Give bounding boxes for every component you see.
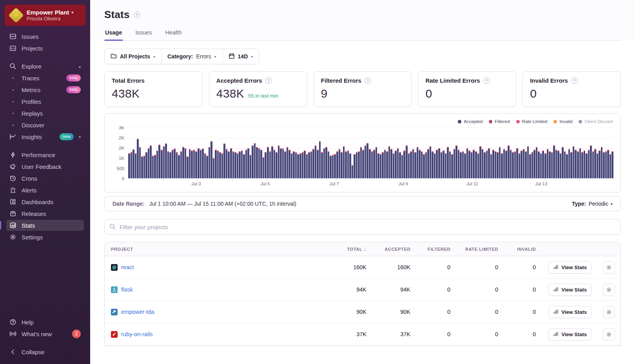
project-settings-button[interactable]: [603, 261, 615, 273]
chart-bar[interactable]: [508, 145, 510, 178]
page-help-icon[interactable]: ?: [134, 11, 140, 18]
sidebar-item-crons[interactable]: Crons: [0, 172, 90, 184]
chart-bar[interactable]: [401, 155, 403, 178]
chart-bar[interactable]: [441, 152, 443, 178]
chart-bar[interactable]: [547, 149, 549, 178]
chart-bar[interactable]: [560, 153, 562, 179]
chart-bar[interactable]: [425, 152, 427, 178]
chart-bar[interactable]: [549, 151, 551, 178]
chart-bar[interactable]: [605, 151, 607, 178]
chart-bar[interactable]: [421, 151, 423, 178]
chart-bar[interactable]: [336, 151, 338, 178]
view-stats-button[interactable]: View Stats: [548, 306, 591, 318]
column-header-filtered[interactable]: FILTERED: [416, 247, 450, 252]
chart-bar[interactable]: [380, 154, 382, 178]
chart-bar[interactable]: [423, 154, 425, 178]
chart-bar[interactable]: [475, 151, 477, 178]
chart-bar[interactable]: [538, 151, 540, 178]
chart-bar[interactable]: [193, 150, 195, 178]
chart-bar[interactable]: [533, 150, 535, 178]
chart-bar[interactable]: [302, 152, 304, 178]
sidebar-item-help[interactable]: Help: [0, 316, 90, 328]
chart-bar[interactable]: [182, 147, 184, 178]
chart-bar[interactable]: [464, 153, 466, 179]
chart-bar[interactable]: [581, 152, 583, 178]
chart-bar[interactable]: [536, 147, 538, 178]
chart-bar[interactable]: [390, 149, 392, 178]
chart-bar[interactable]: [317, 150, 319, 178]
chart-bar[interactable]: [590, 145, 592, 178]
chart-bar[interactable]: [267, 147, 269, 178]
chart-bar[interactable]: [365, 145, 366, 178]
chart-bar[interactable]: [156, 150, 158, 178]
chart-bar[interactable]: [204, 153, 206, 179]
chart-bar[interactable]: [382, 152, 384, 178]
chart-bar[interactable]: [410, 151, 412, 178]
chart-bar[interactable]: [282, 148, 284, 178]
legend-item-client-discard[interactable]: Client Discard: [579, 119, 613, 124]
chart-bar[interactable]: [523, 149, 525, 178]
chart-bar[interactable]: [330, 156, 332, 178]
chart-bar[interactable]: [187, 156, 189, 178]
chart-bar[interactable]: [347, 150, 349, 178]
sidebar-item-traces[interactable]: Tracesbeta: [0, 72, 90, 84]
view-stats-button[interactable]: View Stats: [548, 284, 591, 296]
chart-bar[interactable]: [570, 152, 572, 178]
chart-bar[interactable]: [393, 153, 395, 179]
chart-bar[interactable]: [445, 153, 447, 179]
sidebar-item-alerts[interactable]: Alerts: [0, 184, 90, 196]
chart-bar[interactable]: [209, 147, 210, 178]
sidebar-item-issues[interactable]: Issues: [0, 31, 90, 42]
chart-bar[interactable]: [588, 150, 590, 178]
help-icon[interactable]: ?: [265, 77, 272, 84]
chart-bar[interactable]: [601, 147, 603, 178]
chart-bar[interactable]: [594, 149, 596, 178]
chart-bar[interactable]: [152, 156, 154, 178]
chart-bar[interactable]: [131, 152, 132, 178]
chart-bar[interactable]: [265, 152, 267, 178]
chart-bar[interactable]: [527, 146, 529, 178]
chart-bar[interactable]: [161, 150, 163, 178]
chart-bar[interactable]: [349, 153, 351, 179]
chart-bar[interactable]: [477, 153, 479, 179]
sidebar-collapse-button[interactable]: Collapse: [0, 346, 90, 358]
chart-bar[interactable]: [172, 150, 174, 178]
chart-bar[interactable]: [334, 154, 336, 178]
chart-bar[interactable]: [339, 149, 341, 178]
chart-bar[interactable]: [215, 150, 217, 178]
chart-bar[interactable]: [128, 153, 130, 179]
chart-bar[interactable]: [436, 150, 438, 178]
chart-bar[interactable]: [306, 154, 308, 178]
chart-bar[interactable]: [135, 153, 137, 179]
chart-bar[interactable]: [482, 149, 484, 178]
chart-bar[interactable]: [219, 152, 221, 178]
chart-bar[interactable]: [141, 156, 143, 178]
sidebar-item-what-s-new[interactable]: What's new2: [0, 328, 90, 340]
chart-bar[interactable]: [198, 148, 200, 178]
help-icon[interactable]: ?: [483, 77, 490, 84]
chart-bar[interactable]: [315, 145, 317, 178]
chart-bar[interactable]: [514, 151, 516, 178]
chart-bar[interactable]: [293, 151, 295, 178]
sidebar-item-user-feedback[interactable]: User Feedback: [0, 161, 90, 172]
chart-bar[interactable]: [551, 152, 553, 178]
chart-bar[interactable]: [592, 151, 594, 178]
chart-bar[interactable]: [221, 153, 223, 179]
chart-bar[interactable]: [362, 150, 364, 178]
chart-bar[interactable]: [180, 151, 182, 178]
chart-bar[interactable]: [499, 147, 501, 178]
chart-bar[interactable]: [473, 150, 475, 178]
project-settings-button[interactable]: [603, 284, 615, 296]
chart-bar[interactable]: [328, 151, 330, 178]
chart-bar[interactable]: [299, 153, 301, 179]
project-filter-dropdown[interactable]: All Projects ▾: [105, 49, 161, 64]
chart-bar[interactable]: [247, 148, 249, 178]
chart-bar[interactable]: [234, 152, 236, 178]
sidebar-item-insights[interactable]: Insights new ▾: [0, 131, 90, 143]
chart-bar[interactable]: [226, 149, 228, 178]
chart-bar[interactable]: [490, 154, 492, 178]
chart-bar[interactable]: [610, 154, 611, 178]
chart-bar[interactable]: [230, 148, 232, 178]
chart-bar[interactable]: [462, 151, 464, 178]
tab-health[interactable]: Health: [164, 29, 182, 40]
